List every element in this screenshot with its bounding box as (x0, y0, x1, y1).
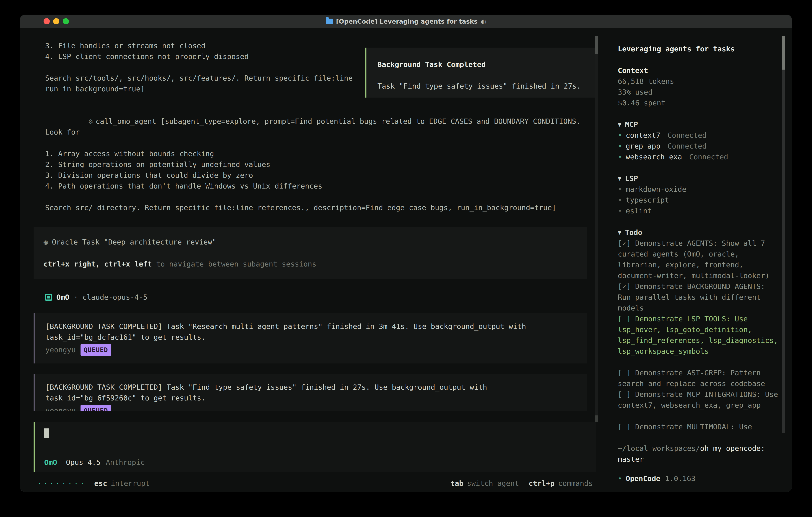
app-body: 3. File handles or streams not closed 4.… (20, 28, 792, 492)
todo-text: Demonstrate MULTIMODAL: Use (635, 423, 752, 431)
blank-line (618, 216, 780, 227)
todo-item: [✓] Demonstrate BACKGROUND AGENTS: Run p… (618, 281, 780, 314)
input-meta: OmO Opus 4.5 Anthropic (44, 458, 586, 466)
lsp-name: eslint (626, 206, 652, 216)
esc-label: interrupt (111, 479, 150, 487)
mcp-name: context7 (626, 130, 660, 141)
tool-call-text: call_omo_agent [subagent_type=explore, p… (45, 117, 585, 136)
active-model: Opus 4.5 (66, 458, 100, 466)
chevron-down-icon: ▼ (618, 227, 621, 238)
todo-item: [ ] Demonstrate MULTIMODAL: Use (618, 421, 780, 432)
notification-body: Task "Find type safety issues" finished … (377, 81, 584, 91)
background-task-message: [BACKGROUND TASK COMPLETED] Task "Resear… (34, 313, 587, 363)
main-scrollbar[interactable] (595, 36, 598, 422)
terminal-window: [OpenCode] Leveraging agents for tasks ◐… (20, 15, 792, 492)
todo-header-label: Todo (625, 227, 642, 238)
traffic-lights (44, 18, 69, 24)
todo-checkbox: [ ] (618, 423, 635, 431)
main-scrollbar-cap (595, 415, 598, 422)
terminal-main: 3. File handles or streams not closed 4.… (20, 28, 598, 492)
hint-text: to navigate between subagent sessions (152, 260, 317, 268)
message-author: yeongyu (46, 405, 76, 411)
bullet-icon: • (618, 184, 622, 195)
folder-icon (326, 19, 333, 24)
mcp-header-label: MCP (625, 119, 638, 130)
git-branch: master (618, 455, 644, 463)
lsp-name: typescript (626, 195, 669, 206)
window-title-text: [OpenCode] Leveraging agents for tasks (336, 18, 478, 25)
oracle-navigation-hint: ctrl+x right, ctrl+x left to navigate be… (44, 259, 577, 270)
lsp-item: • typescript (618, 195, 780, 206)
mcp-item: • context7 Connected (618, 130, 780, 141)
todo-checkbox: [ ] (618, 369, 635, 377)
app-version: 1.0.163 (665, 473, 696, 484)
lsp-item: • markdown-oxide (618, 184, 780, 195)
mcp-status: Connected (668, 141, 706, 152)
bullet-icon: • (618, 141, 622, 152)
message-text: [BACKGROUND TASK COMPLETED] Task "Resear… (46, 321, 577, 343)
tool-call-line: 3. Division operations that could divide… (45, 170, 592, 181)
mcp-name: grep_app (626, 141, 660, 152)
workspace-dir: ~/local-workspaces/ (618, 444, 700, 453)
minimize-button[interactable] (53, 18, 59, 24)
todo-item-active: [ ] Demonstrate LSP TOOLS: Use lsp_hover… (618, 314, 780, 357)
notification-title: Background Task Completed (377, 59, 584, 70)
bullet-icon: • (618, 195, 622, 206)
window-title: [OpenCode] Leveraging agents for tasks ◐ (326, 18, 486, 25)
todo-text: Demonstrate LSP TOOLS: Use lsp_hover, ls… (618, 315, 787, 355)
tool-call-line: ⚙call_omo_agent [subagent_type=explore, … (45, 105, 592, 148)
agent-model: claude-opus-4-5 (83, 292, 147, 303)
oracle-task-title: Oracle Task "Deep architecture review" (52, 237, 216, 247)
zoom-button[interactable] (63, 18, 69, 24)
main-scrollbar-thumb[interactable] (595, 36, 598, 54)
active-agent-name: OmO (44, 458, 57, 466)
queued-badge: QUEUED (81, 344, 111, 356)
lsp-header-label: LSP (625, 173, 638, 184)
sidebar-scrollbar[interactable] (782, 36, 785, 433)
todo-checkbox: [ ] (618, 315, 635, 323)
gear-icon: ⚙ (88, 117, 93, 125)
app-version-footer: • OpenCode 1.0.163 (618, 473, 780, 484)
commands-label: commands (558, 479, 593, 487)
mcp-status: Connected (668, 130, 706, 141)
mcp-name: websearch_exa (626, 152, 682, 162)
todo-text: Demonstrate BACKGROUND AGENTS: Run paral… (618, 282, 770, 312)
todo-item: [ ] Demonstrate MCP INTEGRATIONS: Use co… (618, 389, 780, 411)
terminal-scrollback[interactable]: 3. File handles or streams not closed 4.… (20, 28, 598, 411)
prompt-input[interactable]: OmO Opus 4.5 Anthropic (34, 421, 596, 472)
lsp-item: • eslint (618, 206, 780, 216)
mcp-item: • websearch_exa Connected (618, 152, 780, 162)
close-button[interactable] (44, 18, 50, 24)
blank-line (618, 162, 780, 173)
message-text: [BACKGROUND TASK COMPLETED] Task "Find t… (46, 382, 577, 404)
tool-call-line: Search src/ directory. Return specific f… (45, 202, 592, 213)
oracle-task-panel[interactable]: ◉ Oracle Task "Deep architecture review"… (34, 227, 587, 279)
blank-line (618, 54, 780, 65)
bullet-icon: • (618, 152, 622, 162)
text-cursor (44, 429, 49, 438)
context-tokens: 66,518 tokens (618, 76, 780, 87)
workspace-repo: oh-my-opencode: (700, 444, 765, 453)
tab-label: switch agent (467, 479, 519, 487)
commands-hint: ctrl+p commands (529, 479, 593, 487)
background-task-notification: Background Task Completed Task "Find typ… (365, 48, 595, 98)
bullet-icon: • (618, 473, 622, 484)
bullet-icon: • (618, 130, 622, 141)
sidebar-scrollbar-thumb[interactable] (782, 36, 785, 70)
bullet-icon: • (618, 206, 622, 216)
app-name: OpenCode (626, 473, 660, 484)
todo-item: [ ] Demonstrate AST-GREP: Pattern search… (618, 368, 780, 389)
todo-checkbox: [✓] (618, 239, 635, 247)
todo-checkbox: [ ] (618, 390, 635, 399)
lsp-section-header[interactable]: ▼ LSP (618, 173, 780, 184)
mcp-section-header[interactable]: ▼ MCP (618, 119, 780, 130)
tool-call-line: 4. Path operations that don't handle Win… (45, 181, 592, 192)
todo-section-header[interactable]: ▼ Todo (618, 227, 780, 238)
spinner-dots-icon: ········ (37, 479, 86, 487)
session-title: Leveraging agents for tasks (618, 44, 780, 54)
titlebar[interactable]: [OpenCode] Leveraging agents for tasks ◐ (20, 15, 792, 28)
context-used: 33% used (618, 87, 780, 98)
hint-keys: ctrl+x right, ctrl+x left (44, 260, 152, 268)
message-author: yeongyu (46, 345, 76, 355)
esc-key: esc (94, 479, 107, 487)
